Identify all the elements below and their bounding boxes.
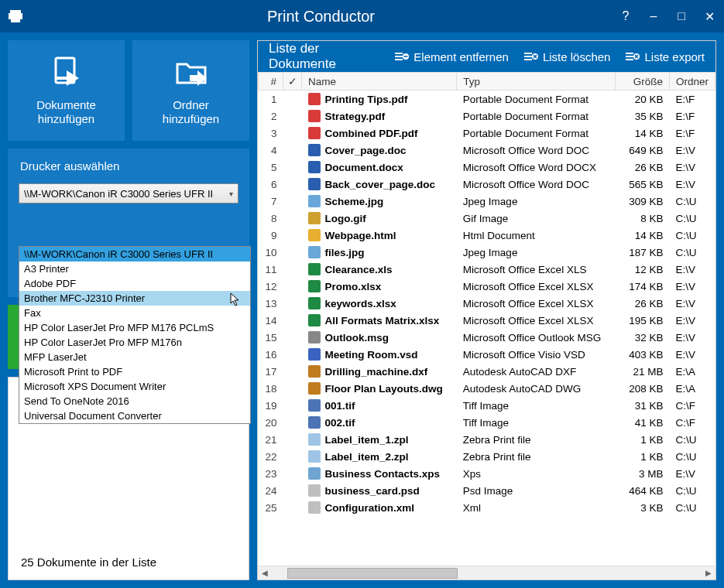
add-documents-tile[interactable]: Dokumente hinzufügen [8, 40, 125, 141]
maximize-button[interactable]: □ [674, 9, 688, 23]
row-check[interactable] [283, 363, 302, 380]
printer-option[interactable]: \\M-WORK\Canon iR C3000 Series UFR II [19, 247, 250, 262]
table-row[interactable]: 2Strategy.pdfPortable Document Format35 … [259, 108, 715, 125]
scroll-left-arrow[interactable]: ◀ [258, 569, 272, 577]
row-path: C:\U [669, 431, 715, 448]
row-name: Meeting Room.vsd [302, 346, 457, 363]
document-list-header: Liste der Dokumente Element entfernen Li… [258, 41, 715, 72]
row-check[interactable] [283, 414, 302, 431]
row-check[interactable] [283, 448, 302, 465]
table-row[interactable]: 17Drilling_machine.dxfAutodesk AutoCAD D… [259, 363, 715, 380]
row-check[interactable] [283, 210, 302, 227]
printer-option[interactable]: A3 Printer [19, 262, 250, 276]
remove-item-action[interactable]: Element entfernen [395, 50, 509, 63]
row-check[interactable] [283, 312, 302, 329]
row-check[interactable] [283, 261, 302, 278]
row-check[interactable] [283, 125, 302, 142]
table-row[interactable]: 16Meeting Room.vsdMicrosoft Office Visio… [259, 346, 715, 363]
row-path: C:\U [669, 482, 715, 499]
table-row[interactable]: 3Combined PDF.pdfPortable Document Forma… [259, 125, 715, 142]
table-row[interactable]: 21Label_item_1.zplZebra Print file1 KBC:… [259, 431, 715, 448]
close-button[interactable]: ✕ [702, 9, 716, 23]
printer-option[interactable]: Adobe PDF [19, 276, 250, 291]
row-check[interactable] [283, 431, 302, 448]
export-list-action[interactable]: Liste export [626, 50, 705, 63]
table-row[interactable]: 24business_card.psdPsd Image464 KBC:\U [259, 482, 715, 499]
table-row[interactable]: 10files.jpgJpeg Image187 KBC:\U [259, 244, 715, 261]
printer-option[interactable]: Microsoft XPS Document Writer [19, 379, 250, 394]
printer-option[interactable]: MFP LaserJet [19, 350, 250, 364]
row-number: 25 [259, 499, 283, 516]
col-name[interactable]: Name [302, 73, 457, 91]
row-check[interactable] [283, 482, 302, 499]
table-row[interactable]: 23Business Contacts.xpsXps3 MBE:\V [259, 465, 715, 482]
row-path: C:\F [669, 414, 715, 431]
row-size: 403 KB [615, 346, 669, 363]
printer-option[interactable]: Fax [19, 306, 250, 320]
row-check[interactable] [283, 499, 302, 516]
printer-option[interactable]: HP Color LaserJet Pro MFP M176 PCLmS [19, 320, 250, 335]
row-check[interactable] [283, 380, 302, 397]
clear-icon [524, 51, 538, 62]
col-number[interactable]: # [259, 73, 283, 91]
table-row[interactable]: 5Document.docxMicrosoft Office Word DOCX… [259, 159, 715, 176]
row-check[interactable] [283, 108, 302, 125]
clear-list-action[interactable]: Liste löschen [524, 50, 611, 63]
table-row[interactable]: 25Configuration.xmlXml3 KBC:\U [259, 499, 715, 516]
row-number: 11 [259, 261, 283, 278]
table-row[interactable]: 11Clearance.xlsMicrosoft Office Excel XL… [259, 261, 715, 278]
table-row[interactable]: 15Outlook.msgMicrosoft Office Outlook MS… [259, 329, 715, 346]
row-check[interactable] [283, 295, 302, 312]
row-check[interactable] [283, 465, 302, 482]
row-check[interactable] [283, 193, 302, 210]
table-row[interactable]: 9Webpage.htmlHtml Document14 KBC:\U [259, 227, 715, 244]
table-row[interactable]: 4Cover_page.docMicrosoft Office Word DOC… [259, 142, 715, 159]
printer-select[interactable]: \\M-WORK\Canon iR C3000 Series UFR II ▾ [19, 183, 238, 203]
row-check[interactable] [283, 278, 302, 295]
row-check[interactable] [283, 91, 302, 108]
table-row[interactable]: 22Label_item_2.zplZebra Print file1 KBC:… [259, 448, 715, 465]
table-row[interactable]: 7Scheme.jpgJpeg Image309 KBC:\U [259, 193, 715, 210]
row-check[interactable] [283, 244, 302, 261]
horizontal-scrollbar[interactable]: ◀ ▶ [258, 566, 715, 579]
row-check[interactable] [283, 176, 302, 193]
row-check[interactable] [283, 227, 302, 244]
printer-option[interactable]: Send To OneNote 2016 [19, 394, 250, 409]
table-row[interactable]: 1Printing Tips.pdfPortable Document Form… [259, 91, 715, 108]
document-table-wrap[interactable]: # ✓ Name Typ Größe Ordner 1Printing Tips… [258, 72, 715, 566]
list-title: Liste der Dokumente [269, 41, 379, 72]
table-row[interactable]: 14All Formats Matrix.xlsxMicrosoft Offic… [259, 312, 715, 329]
printer-option[interactable]: Universal Document Converter [19, 409, 250, 423]
row-number: 1 [259, 91, 283, 108]
col-size[interactable]: Größe [615, 73, 669, 91]
add-folder-tile[interactable]: Ordner hinzufügen [132, 40, 249, 141]
row-check[interactable] [283, 142, 302, 159]
row-check[interactable] [283, 159, 302, 176]
status-count-text: 25 Dokumente in der Liste [21, 556, 236, 569]
printer-dropdown[interactable]: \\M-WORK\Canon iR C3000 Series UFR IIA3 … [19, 246, 251, 424]
help-button[interactable]: ? [619, 9, 633, 23]
col-check[interactable]: ✓ [283, 73, 302, 91]
table-row[interactable]: 20002.tifTiff Image41 KBC:\F [259, 414, 715, 431]
table-row[interactable]: 6Back_cover_page.docMicrosoft Office Wor… [259, 176, 715, 193]
file-icon [308, 263, 321, 275]
row-number: 7 [259, 193, 283, 210]
printer-option[interactable]: Microsoft Print to PDF [19, 364, 250, 379]
row-check[interactable] [283, 397, 302, 414]
row-check[interactable] [283, 346, 302, 363]
table-row[interactable]: 13keywords.xlsxMicrosoft Office Excel XL… [259, 295, 715, 312]
file-icon [308, 280, 321, 292]
col-type[interactable]: Typ [457, 73, 616, 91]
scroll-right-arrow[interactable]: ▶ [702, 569, 715, 577]
table-row[interactable]: 18Floor Plan Layouts.dwgAutodesk AutoCAD… [259, 380, 715, 397]
minimize-button[interactable]: – [647, 9, 661, 23]
table-row[interactable]: 19001.tifTiff Image31 KBC:\F [259, 397, 715, 414]
row-check[interactable] [283, 329, 302, 346]
table-row[interactable]: 8Logo.gifGif Image8 KBC:\U [259, 210, 715, 227]
printer-option[interactable]: HP Color LaserJet Pro MFP M176n [19, 335, 250, 350]
printer-option[interactable]: Brother MFC-J2310 Printer [19, 291, 250, 306]
document-add-icon [48, 55, 85, 92]
scrollbar-thumb[interactable] [287, 568, 458, 579]
col-folder[interactable]: Ordner [669, 73, 715, 91]
table-row[interactable]: 12Promo.xlsxMicrosoft Office Excel XLSX1… [259, 278, 715, 295]
